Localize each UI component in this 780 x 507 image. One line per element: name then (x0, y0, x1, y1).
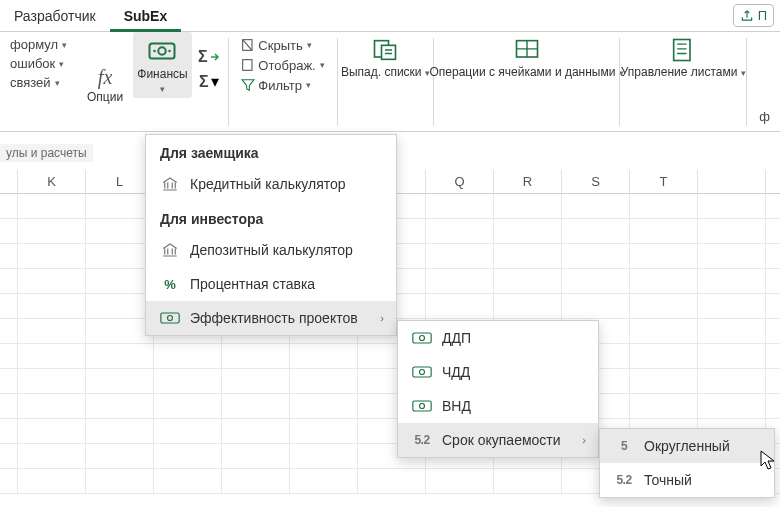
arrow-right-icon (210, 52, 220, 62)
menu-deposit-calculator[interactable]: Депозитный калькулятор (146, 233, 396, 267)
menu-item-label: Точный (644, 472, 692, 488)
dropdown-icon (371, 36, 399, 64)
column-header[interactable]: R (494, 170, 562, 193)
tab-developer[interactable]: Разработчик (0, 0, 110, 32)
column-header[interactable]: T (630, 170, 698, 193)
select-all-corner[interactable] (0, 170, 18, 193)
ribbon-group-label: улы и расчеты (0, 144, 93, 162)
menu-header-investor: Для инвестора (146, 201, 396, 233)
svg-point-1 (159, 47, 167, 55)
menu-exact[interactable]: 5.2 Точный (600, 463, 774, 497)
share-icon (740, 9, 754, 23)
fx-icon: fx (98, 66, 112, 89)
ribbon-sheet-management[interactable]: Управление листами ▾ (622, 32, 744, 84)
chevron-down-icon: ▾ (55, 78, 60, 88)
column-header[interactable] (698, 170, 766, 193)
chevron-down-icon: ▾ (320, 60, 325, 70)
menu-ddp[interactable]: ДДП (398, 321, 598, 355)
sigma-icon: Σ (198, 48, 208, 66)
chevron-down-icon: ▾ (211, 72, 219, 91)
menu-item-label: Депозитный калькулятор (190, 242, 353, 258)
share-button[interactable]: П (733, 4, 774, 27)
ribbon-dropdown-lists[interactable]: Выпад. списки ▾ (340, 32, 432, 84)
cells-icon (513, 36, 541, 64)
menu-item-label: ДДП (442, 330, 471, 346)
svg-point-13 (420, 336, 425, 341)
column-header[interactable]: L (86, 170, 154, 193)
column-header[interactable]: S (562, 170, 630, 193)
number52-icon: 5.2 (412, 430, 432, 450)
ribbon-hide[interactable]: Скрыть▾ (236, 36, 328, 54)
menu-project-efficiency[interactable]: Эффективность проектов › (146, 301, 396, 335)
ribbon-show[interactable]: Отображ.▾ (236, 56, 328, 74)
svg-rect-9 (674, 40, 690, 61)
money-icon (412, 396, 432, 416)
chevron-down-icon: ▾ (306, 80, 311, 90)
ribbon-options[interactable]: fx Опции (77, 32, 133, 109)
menu-rounded[interactable]: 5 Округленный (600, 429, 774, 463)
svg-rect-7 (382, 45, 396, 59)
finance-menu: Для заемщика Кредитный калькулятор Для и… (145, 134, 397, 336)
svg-rect-10 (161, 313, 179, 323)
chevron-down-icon: ▾ (59, 59, 64, 69)
menu-item-label: ВНД (442, 398, 471, 414)
ribbon-cell-operations[interactable]: Операции с ячейками и данными ▾ (436, 32, 617, 84)
menu-item-label: Процентная ставка (190, 276, 315, 292)
hide-icon (240, 37, 256, 53)
menu-interest-rate[interactable]: % Процентная ставка (146, 267, 396, 301)
efficiency-submenu: ДДП ЧДД ВНД 5.2 Срок окупаемости › (397, 320, 599, 458)
chevron-right-icon: › (582, 434, 586, 446)
menu-header-borrower: Для заемщика (146, 135, 396, 167)
ribbon-sum-arrow[interactable]: Σ (198, 48, 220, 66)
chevron-right-icon: › (380, 312, 384, 324)
ribbon-format-partial[interactable]: ф (755, 108, 774, 125)
money-icon (160, 308, 180, 328)
share-label: П (758, 8, 767, 23)
chevron-down-icon: ▾ (741, 68, 746, 78)
number52-icon: 5.2 (614, 470, 634, 490)
sheets-icon (669, 36, 697, 64)
svg-rect-14 (413, 367, 431, 377)
svg-point-17 (420, 404, 425, 409)
menu-credit-calculator[interactable]: Кредитный калькулятор (146, 167, 396, 201)
sigma-icon: Σ (199, 73, 209, 91)
menu-item-label: Эффективность проектов (190, 310, 358, 326)
svg-point-2 (154, 50, 157, 53)
bank-icon (160, 240, 180, 260)
menu-item-label: Срок окупаемости (442, 432, 561, 448)
svg-rect-5 (243, 60, 252, 71)
percent-icon: % (160, 274, 180, 294)
svg-rect-12 (413, 333, 431, 343)
ribbon-links[interactable]: связей▾ (6, 74, 71, 91)
money-icon (412, 328, 432, 348)
ribbon-sum-dropdown[interactable]: Σ ▾ (199, 72, 219, 91)
payback-submenu: 5 Округленный 5.2 Точный (599, 428, 775, 498)
chevron-down-icon: ▾ (307, 40, 312, 50)
menu-item-label: ЧДД (442, 364, 470, 380)
chevron-down-icon: ▾ (62, 40, 67, 50)
column-header[interactable]: K (18, 170, 86, 193)
svg-point-3 (169, 50, 172, 53)
ribbon-filter[interactable]: Фильтр▾ (236, 76, 328, 94)
svg-rect-16 (413, 401, 431, 411)
chevron-down-icon: ▾ (160, 84, 165, 94)
svg-point-11 (168, 316, 173, 321)
bank-icon (160, 174, 180, 194)
show-icon (240, 57, 256, 73)
menu-vnd[interactable]: ВНД (398, 389, 598, 423)
column-header[interactable]: Q (426, 170, 494, 193)
svg-point-15 (420, 370, 425, 375)
number5-icon: 5 (614, 436, 634, 456)
money-icon (412, 362, 432, 382)
ribbon-formulas[interactable]: формул▾ (6, 36, 71, 53)
ribbon-finance[interactable]: Финансы ▾ (133, 32, 192, 98)
menu-item-label: Округленный (644, 438, 730, 454)
filter-icon (240, 77, 256, 93)
ribbon-errors[interactable]: ошибок▾ (6, 55, 71, 72)
menu-chdd[interactable]: ЧДД (398, 355, 598, 389)
money-icon (147, 36, 177, 66)
menu-item-label: Кредитный калькулятор (190, 176, 346, 192)
tab-subex[interactable]: SubEx (110, 0, 182, 32)
menu-payback-period[interactable]: 5.2 Срок окупаемости › (398, 423, 598, 457)
